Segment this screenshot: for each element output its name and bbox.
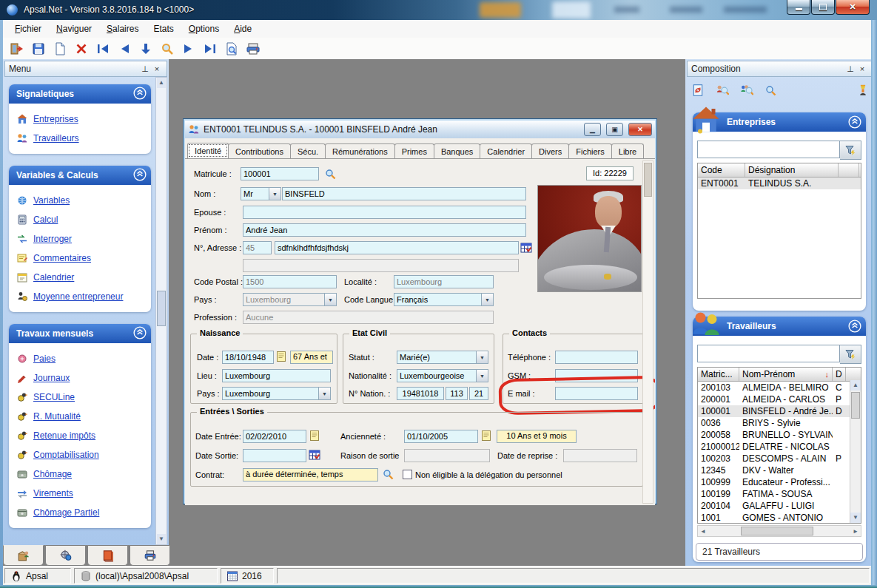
lieu-input[interactable] [222, 369, 331, 382]
anciennete-input[interactable] [404, 430, 478, 443]
scroll-right-icon[interactable]: ► [850, 526, 861, 536]
arrow-down-icon[interactable] [138, 41, 154, 57]
table-row[interactable]: 21000012DELATRE - NICOLAS [698, 441, 850, 453]
new-icon[interactable] [52, 41, 68, 57]
column-header-d-signation[interactable]: Désignation [745, 163, 839, 177]
rue-input[interactable] [275, 241, 519, 254]
table-row[interactable]: 100203DESCOMPS - ALAINP [698, 453, 850, 464]
civility-select[interactable]: Mr▼ [241, 187, 281, 200]
nav-prev-icon[interactable] [116, 41, 132, 57]
epouse-input[interactable] [243, 206, 526, 219]
collapse-chevron-icon[interactable] [133, 87, 147, 102]
sidebar-item-moyenne-entrepreneur[interactable]: Moyenne entrepreneur [16, 287, 148, 306]
profession-input[interactable] [243, 311, 494, 324]
table-row[interactable]: 200058BRUNELLO - SYLVAIN [698, 429, 850, 441]
calendar-icon[interactable] [309, 429, 321, 442]
search-enterprise-icon[interactable] [716, 84, 729, 97]
nation1-input[interactable] [397, 387, 444, 400]
sidebar-item-comptabilisation[interactable]: Comptabilisation [16, 445, 148, 464]
maximize-button[interactable] [811, 0, 835, 15]
filter-funnel-icon[interactable] [840, 141, 861, 160]
sidebar-item-seculine[interactable]: SECULine [16, 388, 148, 407]
pin-icon[interactable]: ⊥ [844, 64, 856, 75]
filter-funnel-icon[interactable] [840, 345, 861, 364]
collapse-chevron-icon[interactable] [133, 168, 147, 183]
sidebar-item-retenue-imp-ts[interactable]: Retenue impôts [16, 426, 148, 445]
scroll-down-icon[interactable]: ▼ [157, 534, 166, 544]
statut-select[interactable]: Marié(e)▼ [397, 351, 488, 364]
adresse-ligne2-input[interactable] [243, 259, 519, 272]
calendar-icon[interactable] [275, 350, 288, 362]
table-row[interactable]: 12345DKV - Walter [698, 464, 850, 476]
tab-primes[interactable]: Primes [394, 143, 434, 158]
tab-libre[interactable]: Libre [611, 143, 644, 158]
collapse-chevron-icon[interactable] [848, 320, 861, 333]
chevron-down-icon[interactable]: ▼ [318, 388, 330, 399]
nation3-input[interactable] [469, 387, 488, 400]
scroll-left-icon[interactable]: ◄ [698, 526, 708, 536]
sidebar-item-ch-mage-partiel[interactable]: Chômage Partiel [16, 503, 148, 522]
tab-documents-icon[interactable] [87, 545, 128, 566]
scroll-up-icon[interactable]: ▲ [850, 380, 861, 391]
scroll-thumb[interactable] [741, 527, 813, 535]
search-icon[interactable] [765, 84, 776, 96]
table-row[interactable]: 100199FATIMA - SOUSA [698, 488, 850, 500]
delete-icon[interactable] [73, 41, 90, 57]
sidebar-item-commentaires[interactable]: Commentaires [16, 249, 148, 268]
table-row[interactable]: 200103ALMEIDA - BELMIROC [698, 382, 850, 393]
date-sortie-input[interactable] [243, 449, 306, 462]
table-row[interactable]: 200104GALAFFU - LUIGI [698, 500, 850, 512]
scroll-thumb[interactable] [157, 291, 166, 326]
close-button[interactable]: ✕ [836, 0, 870, 15]
travailleurs-filter-input[interactable] [697, 345, 840, 362]
nationalite-select[interactable]: Luxembourgeoise▼ [397, 369, 488, 382]
date-reprise-input[interactable] [563, 449, 637, 462]
sidebar-item-calendrier[interactable]: Calendrier [16, 268, 148, 287]
print-icon[interactable] [245, 41, 261, 57]
sidebar-group-header[interactable]: Variables & Calculs [9, 166, 151, 185]
pays-select[interactable]: Luxembourg▼ [243, 293, 337, 306]
tab-banques[interactable]: Banques [434, 143, 480, 158]
table-row[interactable]: 200001ALMEIDA - CARLOSP [698, 393, 850, 405]
delegation-checkbox[interactable] [403, 470, 412, 479]
form-close-button[interactable]: ✕ [628, 123, 652, 136]
tab-identit-[interactable]: Identité [187, 143, 229, 158]
close-icon[interactable]: × [151, 64, 163, 75]
menu-item-aide[interactable]: Aide [226, 21, 259, 36]
entreprises-filter-input[interactable] [697, 141, 840, 158]
close-icon[interactable]: × [856, 64, 868, 75]
menu-item-naviguer[interactable]: Naviguer [49, 21, 99, 36]
tab-s-cu-[interactable]: Sécu. [290, 143, 326, 158]
calendar-icon[interactable] [480, 429, 493, 442]
sidebar-item-paies[interactable]: Paies [16, 349, 148, 368]
sidebar-item-entreprises[interactable]: Entreprises [16, 109, 148, 129]
column-header-nom-pr-nom[interactable]: Nom-Prénom↓ [739, 368, 833, 381]
nav-next-icon[interactable] [181, 41, 197, 57]
sidebar-item-calcul[interactable]: Calcul [16, 210, 148, 229]
form-restore-button[interactable]: ▣ [606, 123, 623, 136]
search-worker-icon[interactable] [740, 84, 753, 97]
table-row[interactable]: 0036BRIYS - Sylvie [698, 417, 850, 429]
tab-calendrier[interactable]: Calendrier [480, 143, 532, 158]
form-minimize-button[interactable]: ▁ [584, 123, 601, 136]
sidebar-item-journaux[interactable]: Journaux [16, 368, 148, 388]
calendar-check-icon[interactable] [309, 448, 321, 461]
numero-input[interactable] [243, 241, 272, 254]
pin-icon[interactable]: ⊥ [139, 64, 151, 75]
sidebar-item-interroger[interactable]: Interroger [16, 229, 148, 249]
scroll-thumb[interactable] [851, 392, 860, 419]
form-scrollbar[interactable] [642, 160, 653, 504]
chevron-down-icon[interactable]: ▼ [476, 370, 488, 382]
sidebar-item-r-mutualit-[interactable]: R. Mutualité [16, 407, 148, 426]
tab-impression-icon[interactable] [130, 545, 170, 566]
nav-first-icon[interactable] [95, 41, 111, 57]
menu-item-options[interactable]: Options [181, 21, 226, 36]
save-icon[interactable] [30, 41, 47, 57]
menu-item-etats[interactable]: Etats [146, 21, 181, 36]
nav-last-icon[interactable] [202, 41, 218, 57]
collapse-chevron-icon[interactable] [848, 115, 861, 129]
prenom-input[interactable] [243, 223, 526, 237]
sidebar-scrollbar[interactable]: ▲ ▼ [155, 77, 167, 545]
code-postal-input[interactable] [243, 275, 337, 288]
search-icon[interactable] [159, 41, 175, 57]
